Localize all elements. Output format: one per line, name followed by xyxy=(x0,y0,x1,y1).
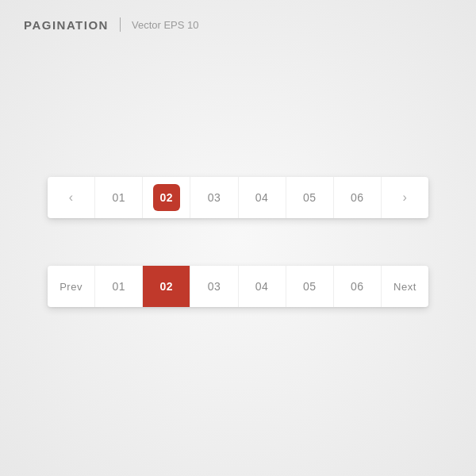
page-1-2-active[interactable]: 02 xyxy=(143,177,190,218)
next-text: Next xyxy=(393,281,416,293)
prev-button-2[interactable]: Prev xyxy=(48,266,95,307)
page-1-1-label: 01 xyxy=(112,191,125,204)
page-2-4[interactable]: 04 xyxy=(239,266,286,307)
page-1-5-label: 05 xyxy=(303,191,317,204)
prev-button-1[interactable]: ‹ xyxy=(48,177,95,218)
header: PAGINATION Vector EPS 10 xyxy=(0,0,476,40)
page-1-4-label: 04 xyxy=(255,191,269,204)
page-1-1[interactable]: 01 xyxy=(95,177,143,218)
prev-arrow-icon: ‹ xyxy=(69,190,74,205)
main-content: ‹ 01 02 03 04 05 06 › Prev xyxy=(0,40,476,476)
page-2-4-label: 04 xyxy=(255,280,269,293)
active-round-bg: 02 xyxy=(153,184,180,211)
page-2-3-label: 03 xyxy=(208,280,221,293)
page-1-5[interactable]: 05 xyxy=(286,177,334,218)
page-1-6-label: 06 xyxy=(351,191,364,204)
header-divider xyxy=(120,17,121,32)
page-2-2-active[interactable]: 02 xyxy=(143,266,190,307)
page-1-2-label: 02 xyxy=(160,191,174,204)
prev-text: Prev xyxy=(60,281,83,293)
page-1-6[interactable]: 06 xyxy=(334,177,382,218)
page-2-6-label: 06 xyxy=(351,280,364,293)
next-arrow-icon: › xyxy=(403,190,408,205)
page-2-1-label: 01 xyxy=(112,280,125,293)
page-2-3[interactable]: 03 xyxy=(190,266,238,307)
pagination-bar-1: ‹ 01 02 03 04 05 06 › xyxy=(48,177,428,218)
page-1-3-label: 03 xyxy=(208,191,221,204)
page-2-2-label: 02 xyxy=(160,280,174,293)
header-subtitle: Vector EPS 10 xyxy=(132,19,199,31)
header-title: PAGINATION xyxy=(24,18,109,32)
page-2-6[interactable]: 06 xyxy=(334,266,382,307)
page-1-4[interactable]: 04 xyxy=(239,177,286,218)
pagination-bar-2: Prev 01 02 03 04 05 06 Next xyxy=(48,266,428,307)
page-1-3[interactable]: 03 xyxy=(190,177,238,218)
page-2-5[interactable]: 05 xyxy=(286,266,334,307)
page-2-1[interactable]: 01 xyxy=(95,266,143,307)
next-button-1[interactable]: › xyxy=(382,177,428,218)
next-button-2[interactable]: Next xyxy=(382,266,428,307)
page-2-5-label: 05 xyxy=(303,280,317,293)
